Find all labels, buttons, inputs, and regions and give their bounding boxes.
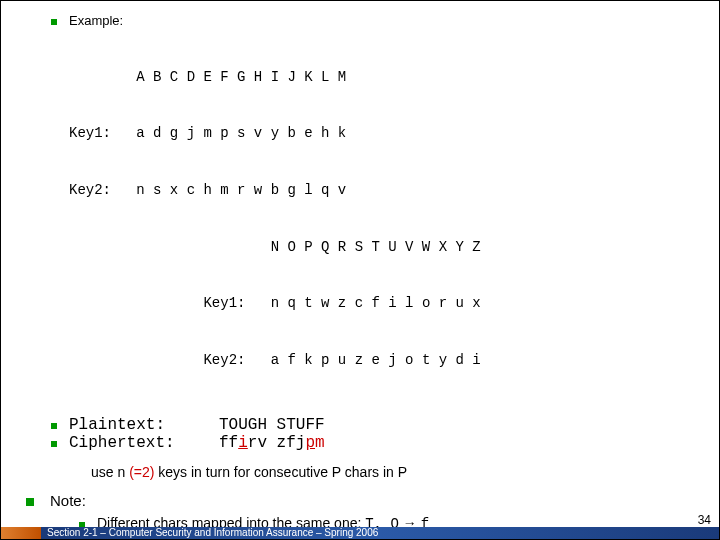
key2-row-1: n s x c h m r w b g l q v [136,182,346,198]
key1-label-1: Key1: [69,125,111,141]
ciphertext-value: ffirv zfjpm [219,434,325,452]
use-n-pre: use n [91,464,129,480]
ct-p: p [305,434,315,452]
example-label: Example: [69,13,123,28]
note-label: Note: [50,492,86,509]
ct-ff: ff [219,434,238,452]
footer-orange-bar [1,527,41,539]
ct-mid: rv zfj [248,434,306,452]
bullet-icon [51,441,57,447]
key2-row-2: a f k p u z e j o t y d i [271,352,481,368]
example-bullet: Example: [51,13,689,28]
key2-label-2: Key2: [203,352,245,368]
plaintext-ciphertext-block: Plaintext: TOUGH STUFF Ciphertext: ffirv… [51,416,689,452]
key1-row-2: n q t w z c f i l o r u x [271,295,481,311]
use-n-text: use n (=2) keys in turn for consecutive … [91,464,689,480]
use-n-paren: (=2) [129,464,158,480]
content-area: Example: A B C D E F G H I J K L M Key1:… [1,1,719,540]
bullet-icon [51,423,57,429]
ct-i: i [238,434,248,452]
key1-row-1: a d g j m p s v y b e h k [136,125,346,141]
note-header: Note: [26,492,689,509]
slide-footer: 34 Section 2-1 – Computer Security and I… [1,511,719,539]
cipher-table-1: A B C D E F G H I J K L M Key1: a d g j … [69,30,689,408]
footer-text: Section 2-1 – Computer Security and Info… [47,527,378,538]
ciphertext-label: Ciphertext: [69,434,219,452]
use-n-post: keys in turn for consecutive P chars in … [158,464,407,480]
footer-blue-bar: Section 2-1 – Computer Security and Info… [41,527,719,539]
plaintext-label: Plaintext: [69,416,219,434]
bullet-icon [26,498,34,506]
alphabet-row-1: A B C D E F G H I J K L M [136,69,346,85]
page-number: 34 [698,513,711,527]
key1-label-2: Key1: [203,295,245,311]
ct-m: m [315,434,325,452]
alphabet-row-2: N O P Q R S T U V W X Y Z [271,239,481,255]
slide-container: Example: A B C D E F G H I J K L M Key1:… [0,0,720,540]
key2-label-1: Key2: [69,182,111,198]
plaintext-value: TOUGH STUFF [219,416,325,434]
bullet-icon [51,19,57,25]
